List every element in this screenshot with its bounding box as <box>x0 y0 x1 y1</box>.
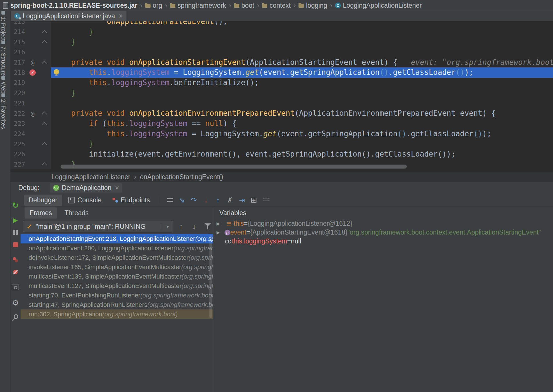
previous-frame-icon[interactable] <box>176 222 187 231</box>
code-text[interactable]: initialize(event.getEnvironment(), event… <box>51 149 553 159</box>
stack-frame-row[interactable]: starting:47, SpringApplicationRunListene… <box>21 300 213 309</box>
code-text[interactable]: this.loggingSystem = LoggingSystem.get(e… <box>51 129 553 139</box>
line-number[interactable]: 221 <box>10 100 26 107</box>
tab-threads[interactable]: Threads <box>59 207 94 219</box>
code-line[interactable]: 221 <box>10 98 553 109</box>
line-number[interactable]: 218 <box>10 69 26 76</box>
stack-frame-row[interactable]: onApplicationStartingEvent:218, LoggingA… <box>21 234 213 243</box>
thread-selector[interactable]: "main"@1 in group "main": RUNNING <box>23 221 173 232</box>
breadcrumb-item[interactable]: spring-boot-2.1.10.RELEASE-sources.jar <box>3 2 137 9</box>
breadcrumb-item[interactable]: logging <box>298 2 327 9</box>
layout-icon[interactable] <box>260 195 272 205</box>
debug-session-tab[interactable]: DemoApplication × <box>50 183 122 193</box>
code-text[interactable] <box>51 47 553 57</box>
code-line[interactable]: 217@ private void onApplicationStartingE… <box>10 57 553 68</box>
expand-arrow-icon[interactable] <box>217 221 225 226</box>
tab-debugger[interactable]: Debugger <box>24 195 62 206</box>
fold-icon[interactable] <box>42 40 47 45</box>
line-number[interactable]: 224 <box>10 130 26 137</box>
editor-breadcrumb-item[interactable]: onApplicationStartingEvent() <box>140 173 223 181</box>
breakpoint-icon[interactable] <box>29 69 36 76</box>
drop-frame-icon[interactable] <box>224 195 236 205</box>
pause-icon[interactable] <box>10 227 21 237</box>
stack-frame-row[interactable]: onApplicationEvent:200, LoggingApplicati… <box>21 243 213 253</box>
code-text[interactable]: private void onApplicationEnvironmentPre… <box>51 108 553 119</box>
vertical-scrollbar-thumb[interactable] <box>209 235 212 318</box>
code-text[interactable] <box>51 98 553 109</box>
code-line[interactable]: 218 this.loggingSystem = LoggingSystem.g… <box>10 67 553 78</box>
stack-frame-row[interactable]: multicastEvent:127, SimpleApplicationEve… <box>21 281 213 291</box>
menu-icon[interactable] <box>164 195 176 205</box>
code-text[interactable]: if (this.loggingSystem == null) { <box>51 119 553 129</box>
code-line[interactable]: 226 initialize(event.getEnvironment(), e… <box>10 149 553 159</box>
line-number[interactable]: 214 <box>10 28 26 35</box>
chevron-down-icon[interactable] <box>162 223 170 230</box>
fold-icon[interactable] <box>42 142 47 147</box>
evaluate-grid-icon[interactable] <box>248 195 260 205</box>
editor-tab[interactable]: LoggingApplicationListener.java × <box>10 11 127 21</box>
line-number[interactable]: 223 <box>10 120 26 127</box>
code-line[interactable]: 224 this.loggingSystem = LoggingSystem.g… <box>10 129 553 139</box>
line-number[interactable]: 213 <box>10 21 26 25</box>
code-line[interactable]: 220 } <box>10 88 553 98</box>
stack-frame-row[interactable]: doInvokeListener:172, SimpleApplicationE… <box>21 253 213 262</box>
step-over-icon[interactable] <box>188 195 200 205</box>
resume-icon[interactable] <box>10 215 21 225</box>
code-line[interactable]: 225 } <box>10 139 553 149</box>
line-number[interactable]: 219 <box>10 79 26 86</box>
code-line[interactable]: 219 this.loggingSystem.beforeInitialize(… <box>10 78 553 88</box>
code-text[interactable]: } <box>51 88 553 98</box>
code-text[interactable]: } <box>51 37 553 47</box>
code-text[interactable]: onApplicationFailedEvent(); <box>51 21 553 27</box>
tab-frames[interactable]: Frames <box>25 207 57 219</box>
show-execution-point-icon[interactable] <box>176 195 188 205</box>
tab-console[interactable]: Console <box>64 195 106 206</box>
tool-window-button[interactable]: 2: Favorites <box>0 93 7 129</box>
breadcrumb-item[interactable]: boot <box>234 2 254 9</box>
line-number[interactable]: 217 <box>10 59 26 66</box>
view-breakpoints-icon[interactable] <box>10 255 21 265</box>
code-text[interactable]: } <box>51 139 553 149</box>
variable-row[interactable]: this.loggingSystem = null <box>213 237 553 246</box>
variable-row[interactable]: this = {LoggingApplicationListener@1612} <box>213 219 553 228</box>
breadcrumb-item[interactable]: org <box>145 2 162 9</box>
code-text[interactable]: private void onApplicationStartingEvent(… <box>51 57 553 68</box>
next-frame-icon[interactable] <box>189 222 200 231</box>
fold-icon[interactable] <box>42 122 47 127</box>
stack-frame-row[interactable]: multicastEvent:139, SimpleApplicationEve… <box>21 272 213 281</box>
variable-row[interactable]: event = {ApplicationStartingEvent@1618} … <box>213 228 553 237</box>
thread-dump-icon[interactable] <box>10 282 21 293</box>
stack-frame-row[interactable]: invokeListener:165, SimpleApplicationEve… <box>21 262 213 272</box>
editor-breadcrumb-item[interactable]: LoggingApplicationListener <box>51 173 130 181</box>
tool-window-button[interactable]: Web <box>0 76 7 93</box>
fold-icon[interactable] <box>42 30 47 35</box>
code-line[interactable]: 214 } <box>10 27 553 37</box>
code-line[interactable]: 223 if (this.loggingSystem == null) { <box>10 119 553 129</box>
line-number[interactable]: 227 <box>10 161 26 168</box>
scrollbar-thumb[interactable] <box>61 165 407 169</box>
breadcrumb-item[interactable]: LoggingApplicationListener <box>335 2 422 9</box>
line-number[interactable]: 225 <box>10 141 26 148</box>
code-text[interactable]: this.loggingSystem = LoggingSystem.get(e… <box>51 67 553 78</box>
stack-frame-row[interactable]: run:302, SpringApplication (org.springfr… <box>21 309 213 319</box>
breadcrumb-item[interactable]: springframework <box>170 2 226 9</box>
fold-icon[interactable] <box>42 61 47 66</box>
settings-icon[interactable] <box>10 298 21 308</box>
line-number[interactable]: 226 <box>10 151 26 158</box>
tool-window-button[interactable]: 1: Project <box>0 11 7 41</box>
rerun-icon[interactable] <box>10 200 21 211</box>
code-editor[interactable]: 213 onApplicationFailedEvent();214 }215 … <box>10 21 553 171</box>
code-text[interactable]: } <box>51 27 553 37</box>
code-line[interactable]: 222@ private void onApplicationEnvironme… <box>10 108 553 119</box>
step-out-icon[interactable] <box>212 195 224 205</box>
code-text[interactable]: this.loggingSystem.beforeInitialize(); <box>51 78 553 88</box>
run-to-cursor-icon[interactable] <box>236 195 248 205</box>
stack-frame-row[interactable]: starting:70, EventPublishingRunListener … <box>21 291 213 300</box>
pin-icon[interactable] <box>10 313 21 323</box>
tab-endpoints[interactable]: Endpoints <box>108 195 154 206</box>
expand-arrow-icon[interactable] <box>217 230 225 235</box>
stop-icon[interactable] <box>10 239 21 250</box>
mute-breakpoints-icon[interactable] <box>10 267 21 277</box>
breadcrumb-item[interactable]: context <box>262 2 290 9</box>
tool-window-button[interactable]: 7: Structure <box>0 41 7 76</box>
